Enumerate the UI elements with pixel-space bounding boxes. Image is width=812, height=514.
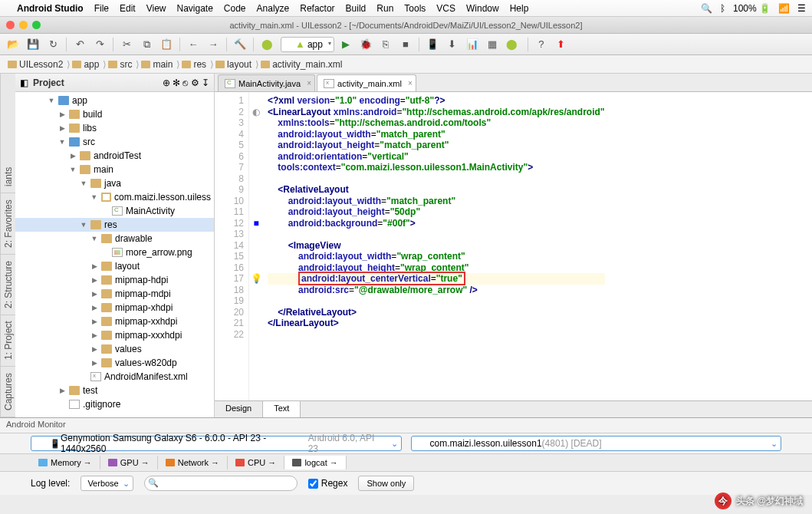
tool-window-tab[interactable]: iants	[1, 161, 15, 193]
menu-file[interactable]: File	[94, 3, 109, 14]
tree-node[interactable]: mipmap-xxhdpi	[15, 315, 214, 328]
tree-node[interactable]: MainActivity	[15, 204, 214, 218]
menu-help[interactable]: Help	[510, 3, 529, 14]
tool-window-tab[interactable]: Captures	[1, 367, 15, 417]
monitor-tab-memory[interactable]: Memory →	[31, 456, 100, 470]
menu-window[interactable]: Window	[466, 3, 499, 14]
attach-icon[interactable]: ⎘	[377, 37, 394, 52]
breadcrumb-item[interactable]: app	[69, 59, 105, 70]
bluetooth-icon[interactable]: ᛒ	[720, 3, 725, 14]
breadcrumb-item[interactable]: activity_main.xml	[258, 59, 348, 70]
menu-tools[interactable]: Tools	[404, 3, 426, 14]
breadcrumb-item[interactable]: UILesson2	[5, 59, 69, 70]
tree-node[interactable]: res	[15, 218, 214, 232]
make-icon[interactable]: 🔨	[232, 37, 248, 52]
monitor-tab-cpu[interactable]: CPU →	[228, 456, 284, 470]
save-icon[interactable]: 💾	[25, 37, 41, 52]
menu-refactor[interactable]: Refactor	[300, 3, 334, 14]
tree-node[interactable]: drawable	[15, 232, 214, 245]
tree-node[interactable]: mipmap-mdpi	[15, 287, 214, 301]
editor-tab[interactable]: MainActivity.java×	[218, 74, 315, 91]
close-tab-icon[interactable]: ×	[408, 79, 413, 87]
regex-checkbox[interactable]: Regex	[308, 478, 348, 489]
tree-node[interactable]: layout	[15, 259, 214, 273]
editor-tab[interactable]: activity_main.xml×	[317, 74, 416, 91]
tree-node[interactable]: values	[15, 342, 214, 356]
tree-node[interactable]: build	[15, 107, 214, 121]
menu-code[interactable]: Code	[224, 3, 246, 14]
avd-icon[interactable]: 📱	[424, 37, 441, 52]
process-selector[interactable]: com.maizi.lesson.uilesson1 (4801) [DEAD]	[411, 436, 782, 451]
tree-node[interactable]: com.maizi.lesson.uiless	[15, 190, 214, 204]
breadcrumb-item[interactable]: res	[179, 59, 212, 70]
debug-icon[interactable]: 🐞	[357, 37, 374, 52]
show-only-button[interactable]: Show only	[358, 476, 414, 491]
monitor-tab-network[interactable]: Network →	[158, 456, 228, 470]
tree-node[interactable]: androidTest	[15, 149, 214, 163]
monitor-icon[interactable]: 📊	[464, 37, 481, 52]
tree-node[interactable]: libs	[15, 121, 214, 135]
layout-icon[interactable]: ▦	[484, 37, 501, 52]
spotlight-icon[interactable]: 🔍	[701, 3, 712, 14]
tool-window-tab[interactable]: 2: Favorites	[1, 193, 15, 255]
menu-build[interactable]: Build	[346, 3, 367, 14]
tree-node[interactable]: values-w820dp	[15, 356, 214, 370]
tree-node[interactable]: AndroidManifest.xml	[15, 370, 214, 384]
device-selector[interactable]: 📱 Genymotion Samsung Galaxy S6 - 6.0.0 -…	[31, 436, 402, 451]
design-text-tab[interactable]: Text	[263, 401, 301, 417]
breadcrumb-item[interactable]: main	[138, 59, 179, 70]
sdk-icon[interactable]: ⬇	[444, 37, 461, 52]
menu-vcs[interactable]: VCS	[436, 3, 455, 14]
tree-node[interactable]: mipmap-xhdpi	[15, 301, 214, 315]
android-icon[interactable]: ⬤	[504, 37, 521, 52]
breadcrumb-item[interactable]: src	[105, 59, 138, 70]
forward-icon[interactable]: →	[205, 37, 222, 52]
back-icon[interactable]: ←	[185, 37, 202, 52]
stop-icon[interactable]: ■	[397, 37, 414, 52]
monitor-title[interactable]: Android Monitor	[0, 418, 812, 433]
menu-run[interactable]: Run	[376, 3, 393, 14]
open-icon[interactable]: 📂	[5, 37, 21, 52]
run-config-selector[interactable]: ▲app	[281, 37, 334, 52]
monitor-tab-gpu[interactable]: GPU →	[100, 456, 158, 470]
log-search-input[interactable]	[144, 476, 298, 491]
sync-icon[interactable]: ↻	[44, 37, 61, 52]
tree-node[interactable]: mipmap-hdpi	[15, 273, 214, 287]
help-icon[interactable]: ?	[533, 37, 550, 52]
tree-node[interactable]: java	[15, 176, 214, 190]
redo-icon[interactable]: ↷	[91, 37, 108, 52]
zoom-window-button[interactable]	[32, 21, 41, 29]
wifi-icon[interactable]: 📶	[778, 3, 790, 14]
tree-node[interactable]: src	[15, 135, 214, 149]
tree-node[interactable]: mipmap-xxxhdpi	[15, 328, 214, 342]
menu-edit[interactable]: Edit	[120, 3, 136, 14]
battery-status[interactable]: 100% 🔋	[733, 3, 771, 14]
minimize-window-button[interactable]	[19, 21, 28, 29]
paste-icon[interactable]: 📋	[158, 37, 175, 52]
memory-icon[interactable]: ⬆	[553, 37, 570, 52]
tree-node[interactable]: more_arrow.png	[15, 245, 214, 259]
menu-view[interactable]: View	[146, 3, 166, 14]
monitor-tab-logcat[interactable]: logcat →	[284, 456, 346, 470]
menu-analyze[interactable]: Analyze	[257, 3, 290, 14]
menu-extras-icon[interactable]: ☰	[797, 3, 806, 14]
design-text-tab[interactable]: Design	[215, 401, 263, 417]
menu-navigate[interactable]: Navigate	[176, 3, 212, 14]
tree-node[interactable]: test	[15, 384, 214, 397]
breadcrumb-item[interactable]: layout	[212, 59, 258, 70]
run-icon[interactable]: ▶	[337, 37, 354, 52]
cut-icon[interactable]: ✂	[118, 37, 135, 52]
copy-icon[interactable]: ⧉	[138, 37, 155, 52]
tool-window-tab[interactable]: 2: Structure	[1, 255, 15, 315]
project-panel-header[interactable]: ◧Project ⊕ ✻ ⎋ ⚙ ↧	[15, 74, 214, 92]
tree-node[interactable]: app	[15, 94, 214, 107]
undo-icon[interactable]: ↶	[71, 37, 88, 52]
tree-node[interactable]: .gitignore	[15, 397, 214, 411]
tool-window-tab[interactable]: 1: Project	[1, 315, 15, 367]
project-tree[interactable]: appbuildlibssrcandroidTestmainjavacom.ma…	[15, 92, 214, 417]
tree-node[interactable]: main	[15, 163, 214, 176]
code-editor[interactable]: 12345678910111213141516171819202122 ◐■💡 …	[215, 92, 812, 400]
app-name[interactable]: Android Studio	[17, 3, 84, 14]
close-tab-icon[interactable]: ×	[307, 79, 311, 87]
close-window-button[interactable]	[6, 21, 15, 29]
